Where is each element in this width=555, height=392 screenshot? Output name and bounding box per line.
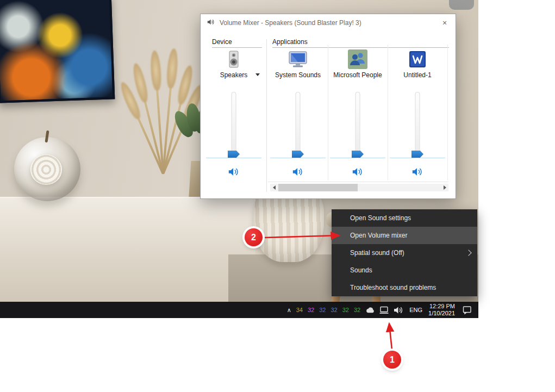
menu-item-label: Open Sound settings bbox=[350, 214, 411, 222]
scroll-right-button[interactable] bbox=[441, 184, 448, 191]
chevron-left-icon bbox=[273, 185, 276, 190]
tray-sensor-value[interactable]: 32 bbox=[308, 307, 314, 313]
menu-item-open-sound-settings[interactable]: Open Sound settings bbox=[332, 209, 477, 227]
close-button[interactable]: × bbox=[438, 16, 451, 29]
chevron-right-icon bbox=[444, 185, 446, 190]
tray-sensor-value[interactable]: 32 bbox=[354, 307, 360, 313]
tray-sensor-value[interactable]: 34 bbox=[296, 307, 303, 313]
clock-date: 1/10/2021 bbox=[428, 310, 455, 317]
slider-track bbox=[356, 92, 360, 158]
volume-slider[interactable] bbox=[328, 92, 388, 168]
channel-microsoft-people: Microsoft People bbox=[328, 45, 388, 181]
channel-name: Microsoft People bbox=[328, 71, 388, 79]
language-indicator[interactable]: ENG bbox=[409, 307, 422, 313]
step-2-badge: 2 bbox=[245, 228, 263, 246]
volume-slider[interactable] bbox=[388, 92, 447, 168]
tray-sensor-value[interactable]: 32 bbox=[330, 307, 337, 313]
white-rose bbox=[30, 154, 62, 185]
step-1-badge: 1 bbox=[383, 351, 401, 369]
slider-track bbox=[296, 92, 301, 158]
menu-item-label: Sounds bbox=[350, 266, 372, 274]
scroll-left-button[interactable] bbox=[270, 184, 278, 191]
slider-track bbox=[415, 92, 420, 158]
clock-time: 12:29 PM bbox=[428, 303, 455, 310]
glass-apple-decor bbox=[14, 137, 80, 201]
wall-art-picture bbox=[0, 0, 115, 103]
section-divider bbox=[266, 39, 267, 192]
screenshot-canvas: ∧ 34 32 32 32 32 32 ENG 12:29 PM 1/10/20… bbox=[0, 0, 555, 392]
volume-slider[interactable] bbox=[204, 92, 264, 168]
table-surface bbox=[0, 197, 255, 302]
taskbar: ∧ 34 32 32 32 32 32 ENG 12:29 PM 1/10/20… bbox=[0, 302, 478, 318]
menu-item-open-volume-mixer[interactable]: Open Volume mixer bbox=[332, 227, 477, 244]
tray-sensor-value[interactable]: 32 bbox=[319, 307, 326, 313]
menu-item-label: Spatial sound (Off) bbox=[350, 249, 404, 257]
speakers-device-icon[interactable] bbox=[223, 48, 245, 70]
speaker-icon bbox=[207, 18, 215, 28]
action-center-icon[interactable] bbox=[463, 306, 472, 314]
menu-item-label: Troubleshoot sound problems bbox=[350, 284, 436, 291]
channel-untitled-1: Untitled-1 bbox=[388, 45, 448, 181]
menu-item-spatial-sound[interactable]: Spatial sound (Off) bbox=[332, 244, 477, 262]
slider-track bbox=[232, 92, 236, 158]
people-app-icon[interactable] bbox=[347, 48, 369, 70]
channel-name: Untitled-1 bbox=[388, 71, 447, 79]
clock[interactable]: 12:29 PM 1/10/2021 bbox=[428, 303, 455, 317]
tray-sensor-value[interactable]: 32 bbox=[342, 307, 349, 313]
slider-thumb[interactable] bbox=[228, 151, 240, 158]
volume-slider[interactable] bbox=[268, 92, 328, 168]
scrollbar-thumb[interactable] bbox=[278, 184, 358, 191]
volume-mixer-window: Volume Mixer - Speakers (Sound Blaster P… bbox=[200, 14, 456, 199]
menu-item-label: Open Volume mixer bbox=[350, 232, 407, 239]
speaker-icon[interactable] bbox=[394, 306, 403, 314]
chevron-down-icon bbox=[255, 73, 260, 76]
slider-thumb[interactable] bbox=[411, 151, 423, 158]
slider-thumb[interactable] bbox=[352, 151, 364, 158]
menu-item-troubleshoot[interactable]: Troubleshoot sound problems bbox=[332, 279, 477, 296]
menu-item-sounds[interactable]: Sounds bbox=[332, 262, 477, 279]
device-dropdown-button[interactable] bbox=[253, 70, 263, 79]
network-icon[interactable] bbox=[379, 306, 389, 314]
tray-overflow-chevron-icon[interactable]: ∧ bbox=[287, 307, 291, 313]
window-body: Device Applications Speakers bbox=[201, 32, 456, 198]
window-title: Volume Mixer - Speakers (Sound Blaster P… bbox=[220, 19, 361, 27]
step1-arrow bbox=[389, 323, 392, 350]
system-sounds-icon[interactable] bbox=[287, 48, 309, 70]
content-divider bbox=[268, 182, 448, 182]
untitled-document-icon[interactable] bbox=[407, 48, 428, 70]
ceiling-lamp bbox=[449, 0, 474, 10]
chevron-right-icon bbox=[465, 250, 471, 256]
horizontal-scrollbar[interactable] bbox=[270, 184, 448, 191]
slider-thumb[interactable] bbox=[292, 151, 304, 158]
channel-system-sounds: System Sounds bbox=[268, 45, 328, 181]
titlebar[interactable]: Volume Mixer - Speakers (Sound Blaster P… bbox=[201, 14, 456, 32]
channel-name: System Sounds bbox=[268, 71, 328, 79]
channel-speakers: Speakers bbox=[204, 45, 264, 181]
sound-context-menu: Open Sound settings Open Volume mixer Sp… bbox=[332, 209, 477, 296]
cloud-icon[interactable] bbox=[365, 306, 375, 314]
